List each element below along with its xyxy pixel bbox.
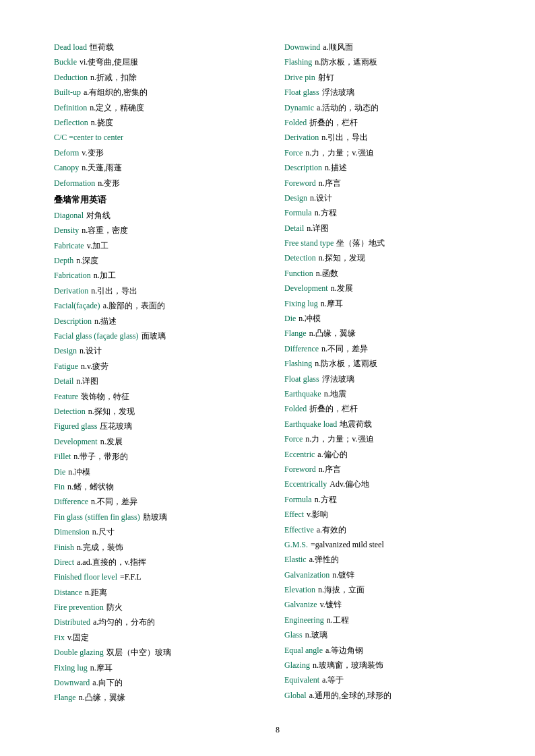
term: Folded: [284, 402, 307, 415]
definition: =F.F.L: [120, 570, 141, 584]
list-item: Feature装饰物，特征: [54, 390, 271, 403]
list-item: Fabricationn.加工: [54, 269, 271, 282]
term: Global: [284, 689, 307, 702]
definition: n.方程: [315, 206, 337, 219]
definition: n.引出，导出: [91, 284, 137, 298]
term: Description: [54, 314, 92, 328]
term: Die: [54, 465, 65, 479]
term: Diagonal: [54, 209, 84, 222]
list-item: Distributeda.均匀的，分布的: [54, 615, 271, 629]
term: Depth: [54, 254, 73, 267]
definition: v.变形: [82, 146, 103, 160]
list-item: Dimensionn.尺寸: [54, 525, 271, 539]
term: Effective: [284, 523, 314, 537]
term: Earthquake: [284, 387, 321, 401]
term: Fire prevention: [54, 600, 104, 614]
list-item: Facial(façade)a.脸部的，表面的: [54, 299, 271, 312]
list-item: Bucklevi.使弯曲,使屈服: [54, 55, 271, 69]
list-item: Flangen.凸缘，翼缘: [284, 327, 501, 340]
term: Downward: [54, 676, 90, 689]
list-item: Formulan.方程: [284, 206, 501, 219]
list-item: Float glass浮法玻璃: [284, 372, 501, 386]
list-item: Flangen.凸缘，翼缘: [54, 691, 271, 704]
list-item: Descriptionn.描述: [284, 161, 501, 174]
term: Dynamic: [284, 101, 314, 114]
list-item: Differencen.不同，差异: [54, 495, 271, 508]
list-item: Flashingn.防水板，遮雨板: [284, 55, 501, 69]
term: Foreword: [284, 176, 316, 190]
definition: n.方程: [315, 493, 337, 506]
list-item: Detectionn.探知，发现: [284, 251, 501, 265]
term: Deflection: [54, 116, 88, 129]
term: Effect: [284, 508, 304, 521]
list-item: Equal anglea.等边角钢: [284, 644, 501, 657]
term: Force: [284, 146, 303, 160]
term: Facial(façade): [54, 299, 100, 312]
definition: 防火: [106, 600, 123, 614]
definition: n.发展: [100, 435, 123, 448]
term: Derivation: [54, 284, 88, 298]
definition: n.探知，发现: [319, 251, 365, 265]
list-item: Galvanizationn.镀锌: [284, 568, 501, 582]
definition: n.鳍，鳍状物: [67, 480, 114, 493]
list-item: Dien.冲模: [284, 312, 501, 325]
list-item: Fabricatev.加工: [54, 239, 271, 252]
term: Derivation: [284, 131, 319, 144]
definition: a.有效的: [317, 523, 346, 537]
definition: a.脸部的，表面的: [103, 299, 165, 312]
term: Folded: [284, 116, 307, 129]
definition: n.设计: [80, 344, 102, 357]
definition: 面玻璃: [141, 329, 166, 343]
list-item: Globala.通用的,全球的,球形的: [284, 689, 501, 702]
term: Fixing lug: [284, 297, 318, 310]
list-item: Fire prevention防火: [54, 600, 271, 614]
list-item: Engineeringn.工程: [284, 613, 501, 627]
definition: n.冲模: [298, 312, 321, 325]
list-item: Finishn.完成，装饰: [54, 541, 271, 554]
list-item: Dien.冲模: [54, 465, 271, 479]
list-item: Drive pin射钉: [284, 71, 501, 84]
list-item: Fatiguen.v.疲劳: [54, 359, 271, 373]
definition: n.引出，导出: [321, 131, 368, 144]
term: Float glass: [284, 85, 319, 99]
list-item: Elevationn.海拔，立面: [284, 583, 501, 596]
definition: a.均匀的，分布的: [93, 615, 155, 629]
definition: 地震荷载: [340, 417, 372, 431]
term: Development: [54, 435, 98, 448]
term: Formula: [284, 493, 312, 506]
term: Glass: [284, 628, 303, 642]
term: Built-up: [54, 85, 81, 99]
definition: n.玻璃: [305, 628, 327, 642]
list-item: Effectivea.有效的: [284, 523, 501, 537]
list-item: Folded折叠的，栏杆: [284, 116, 501, 129]
list-item: Derivationn.引出，导出: [54, 284, 271, 298]
term: Dimension: [54, 525, 90, 539]
term: Development: [284, 281, 328, 295]
term: Function: [284, 267, 313, 280]
term: Double glazing: [54, 646, 104, 659]
definition: n.带子，带形的: [73, 450, 128, 463]
definition: n.设计: [310, 191, 332, 205]
term: Finish: [54, 541, 74, 554]
term: Fabricate: [54, 239, 84, 252]
list-item: Forcen.力，力量；v.强迫: [284, 146, 501, 160]
term: Buckle: [54, 55, 77, 69]
definition: a.ad.直接的，v.指挥: [77, 555, 146, 569]
definition: 恒荷载: [90, 40, 114, 54]
definition: a.有组织的,密集的: [84, 85, 148, 99]
list-item: Folded折叠的，栏杆: [284, 402, 501, 415]
list-item: Developmentn.发展: [284, 281, 501, 295]
term: Flange: [54, 691, 76, 704]
page-content: Dead load恒荷载Bucklevi.使弯曲,使屈服Deductionn.折…: [54, 40, 501, 705]
list-item: Designn.设计: [54, 344, 271, 357]
term: Die: [284, 312, 296, 325]
term: Finished floor level: [54, 570, 117, 584]
term: Formula: [284, 206, 312, 219]
definition: a.活动的，动态的: [317, 101, 379, 114]
list-item: Detectionn.探知，发现: [54, 405, 271, 418]
term: Deform: [54, 146, 79, 160]
term: G.M.S.: [284, 538, 308, 551]
list-item: Forewordn.序言: [284, 462, 501, 476]
term: C/C =center to center: [54, 131, 123, 144]
list-item: Built-upa.有组织的,密集的: [54, 85, 271, 99]
